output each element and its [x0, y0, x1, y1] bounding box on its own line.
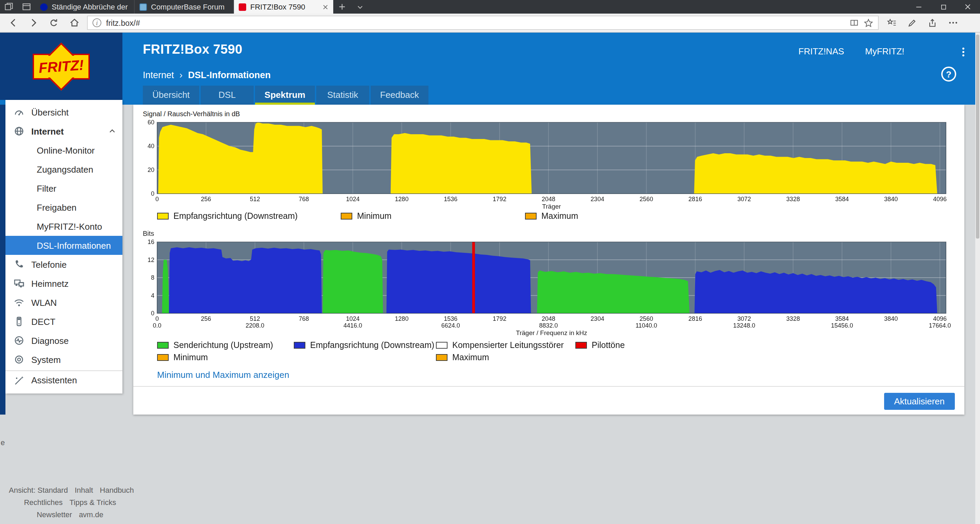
favorite-star-icon[interactable]	[864, 18, 873, 27]
tab-statistik[interactable]: Statistik	[316, 86, 369, 105]
info-icon[interactable]: i	[92, 18, 101, 27]
legend-item: Maximum	[525, 211, 578, 221]
overview-icon	[14, 107, 24, 118]
tab-dsl[interactable]: DSL	[200, 86, 254, 105]
forward-icon[interactable]	[23, 13, 43, 32]
fritz-logo[interactable]: FRITZ!	[0, 33, 123, 100]
home-icon[interactable]	[64, 13, 84, 32]
breadcrumb-section[interactable]: Internet	[143, 70, 174, 80]
myfritz-link[interactable]: MyFRITZ!	[865, 46, 905, 56]
sidebar-item-bersicht[interactable]: Übersicht	[5, 103, 123, 122]
svg-text:Träger / Frequenz in kHz: Träger / Frequenz in kHz	[516, 329, 587, 337]
svg-text:2560: 2560	[640, 196, 653, 203]
svg-text:1536: 1536	[444, 315, 457, 322]
legend-swatch	[157, 354, 169, 361]
system-icon	[14, 354, 24, 365]
new-tab-button[interactable]	[333, 0, 351, 14]
help-button[interactable]: ?	[941, 67, 956, 81]
sidebar-item-wlan[interactable]: WLAN	[5, 293, 123, 312]
svg-text:3840: 3840	[884, 315, 898, 322]
browser-actions	[881, 13, 963, 32]
refresh-button[interactable]: Aktualisieren	[884, 393, 955, 410]
maximize-button[interactable]	[931, 0, 956, 14]
sidebar-item-assistenten[interactable]: Assistenten	[5, 370, 123, 389]
sidebar-nav: ÜbersichtInternetOnline-MonitorZugangsda…	[5, 100, 123, 394]
show-minmax-link[interactable]: Minimum und Maximum anzeigen	[157, 370, 290, 380]
sidebar-item-myfritz-konto[interactable]: MyFRITZ!-Konto	[5, 217, 123, 236]
tab-list-chevron-icon[interactable]	[351, 0, 369, 14]
minimize-button[interactable]	[907, 0, 931, 14]
phone-icon	[14, 259, 24, 270]
footer-link[interactable]: Handbuch	[100, 486, 134, 494]
svg-text:15456.0: 15456.0	[831, 322, 853, 329]
scrollbar-thumb[interactable]	[976, 35, 979, 238]
set-tabs-aside-icon[interactable]	[0, 0, 18, 14]
svg-text:4096: 4096	[933, 196, 947, 203]
svg-text:2560: 2560	[640, 315, 653, 322]
url-text[interactable]: fritz.box/#	[106, 19, 845, 27]
legend-swatch	[157, 342, 169, 349]
content-tabs: ÜbersichtDSLSpektrumStatistikFeedback	[143, 86, 428, 105]
footer-link[interactable]: Tipps & Tricks	[69, 498, 116, 507]
svg-text:11040.0: 11040.0	[636, 322, 657, 329]
tab-preview-icon[interactable]	[18, 0, 35, 14]
svg-text:16: 16	[148, 238, 154, 245]
o2-favicon	[40, 3, 48, 11]
sidebar-item-freigaben[interactable]: Freigaben	[5, 198, 123, 217]
favorites-hub-icon[interactable]	[881, 13, 902, 32]
svg-text:8832.0: 8832.0	[539, 322, 558, 329]
browser-tab-fritzbox[interactable]: FRITZ!Box 7590	[234, 0, 333, 14]
reading-view-icon[interactable]	[850, 18, 859, 27]
sidebar-item-diagnose[interactable]: Diagnose	[5, 331, 123, 350]
tab-title: FRITZ!Box 7590	[250, 3, 318, 11]
browser-tab-staendige-abbrueche[interactable]: Ständige Abbrüche der DSL	[35, 0, 135, 14]
sidebar-item-label: Online-Monitor	[37, 145, 95, 155]
back-icon[interactable]	[3, 13, 23, 32]
sidebar-item-system[interactable]: System	[5, 350, 123, 369]
sidebar-item-online-monitor[interactable]: Online-Monitor	[5, 141, 123, 160]
sidebar-item-heimnetz[interactable]: Heimnetz	[5, 274, 123, 293]
fritznas-link[interactable]: FRITZ!NAS	[799, 46, 844, 56]
footer-link[interactable]: Ansicht: Standard	[9, 486, 68, 494]
sidebar-item-dsl-informationen[interactable]: DSL-Informationen	[5, 236, 123, 255]
footer-link[interactable]: Newsletter	[37, 510, 72, 519]
content-card: Signal / Rausch-Verhältnis in dB 0204060…	[133, 105, 964, 414]
sidebar-item-label: Zugangsdaten	[37, 164, 93, 174]
legend-label: Empfangsrichtung (Downstream)	[173, 211, 298, 221]
sidebar-item-label: System	[31, 354, 61, 365]
menu-kebab-icon[interactable]	[959, 48, 969, 59]
sidebar-item-telefonie[interactable]: Telefonie	[5, 255, 123, 274]
svg-text:3328: 3328	[786, 196, 800, 203]
svg-text:1024: 1024	[346, 315, 360, 322]
share-icon[interactable]	[922, 13, 943, 32]
footer-link[interactable]: avm.de	[79, 510, 103, 519]
svg-text:2208.0: 2208.0	[245, 322, 264, 329]
snr-chart: Signal / Rausch-Verhältnis in dB 0204060…	[143, 110, 959, 211]
card-divider	[133, 386, 964, 387]
close-button[interactable]	[956, 0, 980, 14]
settings-more-icon[interactable]	[943, 13, 963, 32]
tab-spektrum[interactable]: Spektrum	[255, 86, 315, 105]
annotate-pen-icon[interactable]	[902, 13, 922, 32]
browser-address-bar: i fritz.box/#	[0, 14, 980, 33]
legend-label: Maximum	[541, 211, 578, 221]
address-bar-input[interactable]: i fritz.box/#	[87, 16, 879, 30]
scrollbar[interactable]	[975, 33, 980, 524]
dect-icon	[14, 316, 24, 327]
tab-feedback[interactable]: Feedback	[371, 86, 428, 105]
sidebar-item-internet[interactable]: Internet	[5, 122, 123, 141]
svg-text:512: 512	[250, 315, 260, 322]
tab-bersicht[interactable]: Übersicht	[143, 86, 199, 105]
svg-text:8: 8	[151, 274, 154, 281]
sidebar-item-dect[interactable]: DECT	[5, 312, 123, 331]
sidebar-item-label: Diagnose	[31, 335, 69, 346]
svg-text:13248.0: 13248.0	[733, 322, 755, 329]
sidebar-item-filter[interactable]: Filter	[5, 179, 123, 198]
footer-link[interactable]: Inhalt	[75, 486, 93, 494]
browser-tab-computerbase[interactable]: ComputerBase Forum	[135, 0, 234, 14]
refresh-icon[interactable]	[43, 13, 64, 32]
tab-close-icon[interactable]	[322, 4, 328, 10]
sidebar-item-zugangsdaten[interactable]: Zugangsdaten	[5, 160, 123, 179]
footer-link[interactable]: Rechtliches	[24, 498, 62, 507]
svg-text:0: 0	[155, 196, 159, 203]
